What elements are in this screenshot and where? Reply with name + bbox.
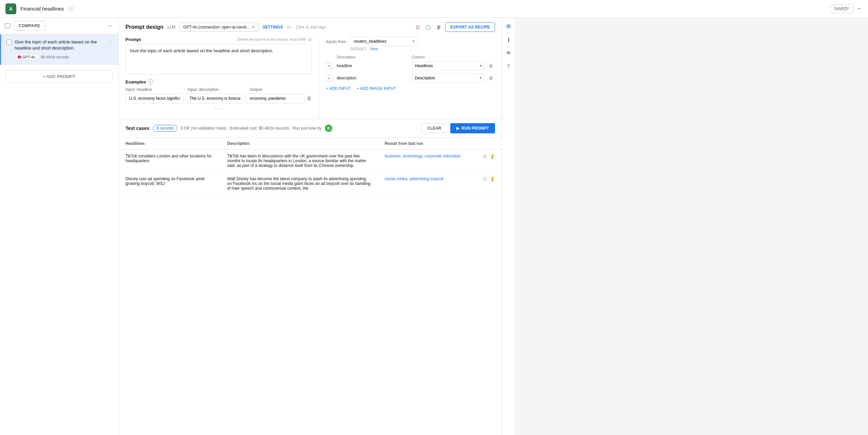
cost-text: $0.49/1k records (41, 55, 69, 59)
inputs-from-panel: Inputs from reuters_headlines ▼ DATASET … (319, 37, 495, 119)
prompt-item-checkbox[interactable] (6, 40, 12, 45)
history-icon-button[interactable]: 🕐 (424, 23, 432, 31)
table-row: Disney cuts ad spending on Facebook amid… (119, 172, 502, 195)
title-copy-icon[interactable]: ⊡ (68, 6, 75, 12)
result-info-icon[interactable]: 💡 (490, 176, 495, 182)
description-col-header: Description (337, 55, 409, 59)
model-badge: GPT-4o (15, 54, 38, 60)
right-sidebar: ⊕ ℹ 👁 ? (502, 18, 515, 435)
add-image-input-button[interactable]: + ADD IMAGE INPUT (356, 86, 396, 91)
examples-output-input[interactable] (246, 93, 304, 103)
col-headlines-header: Headlines (119, 138, 220, 150)
sidebar: COMPARE ← Give the topic of each article… (0, 18, 119, 435)
model-name-label: GPT-4o (22, 55, 35, 59)
test-cases-section: Test cases 8 records 8 OK (no validation… (119, 119, 502, 435)
examples-section: Examples i Input: headline Input: descri… (125, 79, 312, 119)
examples-delete-button[interactable]: 🗑 (307, 95, 312, 101)
test-cases-title: Test cases (125, 126, 150, 131)
input-row-desc-0: headline (337, 61, 409, 70)
add-prompt-button[interactable]: + ADD PROMPT (5, 70, 113, 83)
examples-title: Examples (125, 79, 146, 84)
chevron-down-icon: ▼ (252, 25, 255, 29)
settings-button[interactable]: SETTINGS (262, 25, 283, 30)
cell-description: Walt Disney has become the latest compan… (220, 172, 378, 195)
clear-button[interactable]: CLEAR (421, 124, 447, 133)
dataset-select[interactable]: reuters_headlines (350, 37, 418, 46)
result-link[interactable]: social media, advertising boycott (384, 176, 443, 181)
compare-button[interactable]: COMPARE (14, 21, 45, 31)
saved-button[interactable]: SAVED! (830, 4, 853, 13)
test-cases-table: Headlines Description Result from last r… (119, 138, 502, 195)
test-meta: 8 OK (no validation rules) · Estimated c… (181, 126, 322, 131)
app-title: Financial headlines (20, 6, 64, 12)
prompt-item-text: Give the topic of each article based on … (15, 39, 106, 51)
result-copy-icon[interactable]: ⊡ (483, 154, 487, 159)
app-logo: A (5, 3, 16, 14)
sidebar-select-all-checkbox[interactable] (5, 23, 10, 29)
tags-placeholder[interactable]: Click to add tags (296, 25, 326, 30)
delete-icon-button[interactable]: 🗑 (435, 23, 442, 31)
input-row-col-select-0[interactable]: Headlines (412, 61, 485, 71)
copy-icon-button[interactable]: ⊡ (414, 23, 421, 31)
more-dots: ··· (125, 103, 312, 113)
col-result-header: Result from last run (378, 138, 502, 150)
prompt-textarea[interactable]: Give the topic of each article based on … (125, 44, 312, 75)
cell-headline: TikTok considers London and other locati… (119, 150, 220, 172)
star-icon[interactable]: ☆ (108, 39, 113, 44)
col-description-header: Description (220, 138, 378, 150)
dataset-tag: DATASET (350, 47, 367, 51)
model-select-value: GPT-4o (connection: open-ai-caroli... (183, 25, 250, 30)
info-icon[interactable]: i (148, 79, 154, 84)
cell-headline: Disney cuts ad spending on Facebook amid… (119, 172, 220, 195)
back-button[interactable]: ← (108, 23, 114, 29)
model-color-dot (18, 55, 21, 59)
run-prompt-label: RUN PROMPT (461, 126, 489, 131)
llm-label: LLM (167, 25, 175, 30)
input-row-icon-1: ≡ (326, 75, 333, 81)
input-row-desc-1: description (337, 74, 409, 82)
result-link[interactable]: business, technology, corporate relocati… (384, 154, 460, 158)
prompt-design-title: Prompt design (125, 24, 163, 30)
test-cases-header: Test cases 8 records 8 OK (no validation… (119, 119, 502, 138)
examples-description-input[interactable] (186, 93, 244, 103)
add-input-button[interactable]: + ADD INPUT (326, 86, 351, 91)
prompt-sublabel: Define the task that the prompt must ful… (237, 37, 306, 41)
result-info-icon[interactable]: 💡 (490, 154, 495, 159)
model-select[interactable]: GPT-4o (connection: open-ai-caroli... ▼ (179, 23, 258, 32)
right-eye-icon[interactable]: 👁 (504, 49, 513, 58)
tags-icon: 🏷 (287, 24, 292, 30)
result-copy-icon[interactable]: ⊡ (483, 176, 487, 182)
prompt-label: Prompt (125, 37, 141, 42)
input-row-0: ≡ headline Headlines ▼ 🗑 (326, 61, 495, 71)
export-recipe-button[interactable]: EXPORT AS RECIPE (445, 22, 495, 32)
input-row-delete-0[interactable]: 🗑 (487, 63, 495, 69)
examples-col1-header: Input: headline (125, 87, 185, 92)
inputs-from-label: Inputs from (326, 37, 346, 44)
right-help-icon[interactable]: ? (504, 62, 513, 71)
play-icon: ▶ (456, 126, 459, 131)
input-row-delete-1[interactable]: 🗑 (487, 75, 495, 81)
examples-col3-header: Output (250, 87, 310, 92)
prompt-scan-icon[interactable]: ⊙ (308, 37, 312, 42)
run-by-avatar: D (325, 125, 332, 132)
examples-headline-input[interactable] (125, 93, 184, 103)
prompt-design-section: Prompt design LLM GPT-4o (connection: op… (119, 18, 502, 119)
table-row: TikTok considers London and other locati… (119, 150, 502, 172)
dataset-view-link[interactable]: View (370, 47, 378, 51)
cell-description: TikTok has been in discussions with the … (220, 150, 378, 172)
records-badge[interactable]: 8 records (153, 125, 177, 132)
column-col-header: Column (412, 55, 485, 59)
input-row-col-select-1[interactable]: Description (412, 73, 485, 83)
cell-result: business, technology, corporate relocati… (378, 150, 502, 172)
examples-col2-header: Input: description (188, 87, 248, 92)
run-prompt-button[interactable]: ▶ RUN PROMPT (450, 123, 495, 133)
prompt-item: Give the topic of each article based on … (0, 34, 118, 65)
cell-result: social media, advertising boycott ⊡ 💡 (378, 172, 502, 195)
separator: - (368, 47, 370, 51)
right-info-icon[interactable]: ℹ (504, 35, 513, 44)
input-row-1: ≡ description Description ▼ 🗑 (326, 73, 495, 83)
right-add-icon[interactable]: ⊕ (504, 22, 513, 31)
input-row-icon-0: ≡ (326, 62, 333, 69)
close-button[interactable]: ← (856, 5, 863, 12)
